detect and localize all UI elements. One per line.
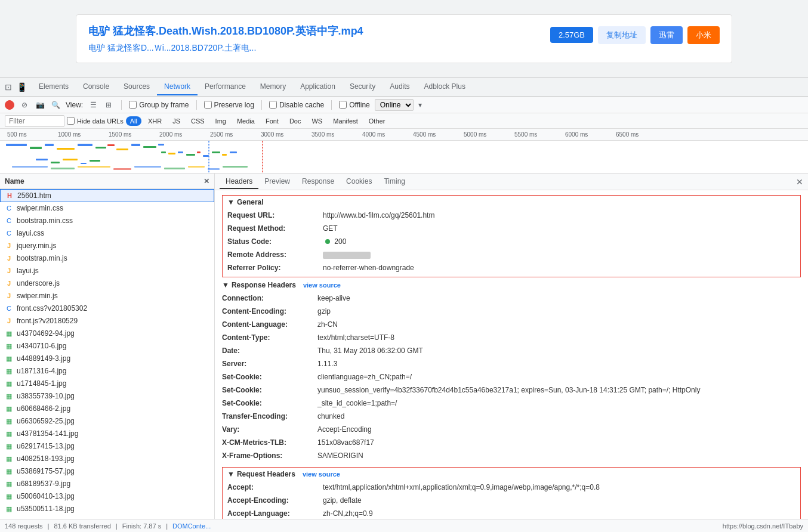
file-item-img7[interactable]: ▦ u60668466-2.jpg: [0, 403, 214, 415]
detail-tab-preview[interactable]: Preview: [258, 175, 296, 189]
group-frame-checkbox[interactable]: [129, 101, 137, 109]
list-view-icon[interactable]: ☰: [88, 100, 98, 110]
more-icon[interactable]: ▾: [418, 101, 422, 109]
general-section-title[interactable]: ▼ General: [227, 198, 795, 206]
waterfall-view-icon[interactable]: ⊞: [103, 100, 114, 110]
filter-doc[interactable]: Doc: [285, 116, 306, 126]
file-name: u43704692-94.jpg: [17, 329, 75, 338]
request-url-key: Request URL:: [227, 210, 323, 221]
remote-address-val: [323, 249, 371, 260]
file-item-swiper-css[interactable]: C swiper.min.css: [0, 202, 214, 215]
file-item-img15[interactable]: ▦ u53500511-18.jpg: [0, 503, 214, 515]
response-view-source[interactable]: view source: [303, 282, 341, 289]
request-view-source[interactable]: view source: [303, 471, 340, 478]
filter-css[interactable]: CSS: [187, 116, 209, 126]
file-item-img12[interactable]: ▦ u53869175-57.jpg: [0, 465, 214, 478]
filter-img[interactable]: Img: [211, 116, 230, 126]
filter-xhr[interactable]: XHR: [144, 116, 166, 126]
file-item-jquery-js[interactable]: J jquery.min.js: [0, 240, 214, 252]
file-item-img11[interactable]: ▦ u4082518-193.jpg: [0, 453, 214, 465]
filter-media[interactable]: Media: [233, 116, 259, 126]
offline-checkbox[interactable]: [339, 101, 347, 109]
size-button[interactable]: 2.57GB: [550, 27, 593, 43]
file-item-img9[interactable]: ▦ u43781354-141.jpg: [0, 428, 214, 440]
device-icon[interactable]: 📱: [17, 82, 27, 92]
file-item-front-js[interactable]: J front.js?v20180529: [0, 315, 214, 327]
file-item-25601[interactable]: H 25601.htm: [0, 189, 214, 202]
file-name: u53869175-57.jpg: [17, 467, 75, 475]
tab-application[interactable]: Application: [293, 79, 343, 95]
preserve-log-checkbox[interactable]: [204, 101, 212, 109]
filter-manifest[interactable]: Manifest: [329, 116, 362, 126]
file-item-bootstrap-css[interactable]: C bootstrap.min.css: [0, 215, 214, 227]
tab-security[interactable]: Security: [343, 79, 383, 95]
file-item-swiper-js[interactable]: J swiper.min.js: [0, 290, 214, 302]
file-item-front-css[interactable]: C front.css?v201805302: [0, 302, 214, 315]
xunlei-button[interactable]: 迅雷: [650, 26, 683, 44]
filter-all[interactable]: All: [126, 116, 141, 126]
file-item-img5[interactable]: ▦ u1714845-1.jpg: [0, 378, 214, 390]
file-item-img10[interactable]: ▦ u62917415-13.jpg: [0, 440, 214, 453]
throttle-select[interactable]: Online: [375, 99, 414, 111]
group-frame-label: Group by frame: [139, 101, 189, 109]
rh-date-val: Thu, 31 May 2018 06:32:00 GMT: [317, 345, 423, 356]
file-item-img14[interactable]: ▦ u50060410-13.jpg: [0, 490, 214, 503]
file-item-img8[interactable]: ▦ u66306592-25.jpg: [0, 415, 214, 428]
timeline-chart[interactable]: [0, 141, 808, 173]
file-item-bootstrap-js[interactable]: J bootstrap.min.js: [0, 252, 214, 265]
rh-set-cookie-1-val: clientlanguage=zh_CN;path=/: [317, 372, 412, 382]
file-item-underscore-js[interactable]: J underscore.js: [0, 277, 214, 290]
detail-tab-headers[interactable]: Headers: [220, 175, 258, 189]
request-headers-title[interactable]: ▼ Request Headers view source: [227, 470, 795, 478]
response-headers-title[interactable]: ▼ Response Headers view source: [222, 281, 801, 289]
dom-content-link[interactable]: DOMConte...: [172, 522, 211, 530]
file-name: u44889149-3.jpg: [17, 354, 70, 363]
clear-button[interactable]: ⊘: [19, 100, 30, 110]
filter-font[interactable]: Font: [261, 116, 283, 126]
file-item-img6[interactable]: ▦ u38355739-10.jpg: [0, 390, 214, 403]
file-item-layui-js[interactable]: J layui.js: [0, 265, 214, 277]
tab-console[interactable]: Console: [76, 79, 116, 95]
record-button[interactable]: [5, 100, 14, 110]
file-item-img3[interactable]: ▦ u44889149-3.jpg: [0, 352, 214, 365]
tab-network[interactable]: Network: [157, 79, 198, 95]
tick-3000: 3000 ms: [260, 131, 310, 138]
hide-data-urls-label[interactable]: Hide data URLs: [67, 117, 124, 125]
file-item-layui-css[interactable]: C layui.css: [0, 227, 214, 240]
detail-tab-timing[interactable]: Timing: [378, 175, 411, 189]
filter-ws[interactable]: WS: [307, 116, 326, 126]
file-name: jquery.min.js: [17, 242, 56, 250]
svg-rect-32: [164, 168, 185, 169]
close-detail-icon[interactable]: ✕: [203, 177, 209, 185]
disable-cache-checkbox[interactable]: [269, 101, 277, 109]
offline-checkbox-label[interactable]: Offline: [339, 101, 369, 109]
filter-input[interactable]: [5, 115, 64, 127]
tab-sources[interactable]: Sources: [116, 79, 157, 95]
tab-elements[interactable]: Elements: [32, 79, 76, 95]
file-item-img4[interactable]: ▦ u1871316-4.jpg: [0, 365, 214, 378]
svg-rect-18: [203, 155, 209, 157]
filter-button[interactable]: 🔍: [50, 100, 61, 110]
copy-button[interactable]: 复制地址: [598, 26, 646, 44]
tab-performance[interactable]: Performance: [198, 79, 253, 95]
tab-memory[interactable]: Memory: [253, 79, 293, 95]
filter-other[interactable]: Other: [365, 116, 390, 126]
detail-close-button[interactable]: ✕: [796, 177, 803, 187]
file-item-img13[interactable]: ▦ u68189537-9.jpg: [0, 478, 214, 490]
filter-bar: Hide data URLs All XHR JS CSS Img Media …: [0, 113, 808, 129]
preserve-log-checkbox-label[interactable]: Preserve log: [204, 101, 254, 109]
detail-tab-cookies[interactable]: Cookies: [340, 175, 378, 189]
reqh-accept-encoding: Accept-Encoding: gzip, deflate: [227, 494, 795, 507]
inspect-icon[interactable]: ⊡: [5, 82, 12, 92]
xiaomi-button[interactable]: 小米: [687, 26, 720, 44]
tab-adblock[interactable]: Adblock Plus: [417, 79, 473, 95]
tab-audits[interactable]: Audits: [383, 79, 417, 95]
filter-js[interactable]: JS: [168, 116, 184, 126]
camera-button[interactable]: 📷: [35, 100, 45, 110]
detail-tab-response[interactable]: Response: [296, 175, 340, 189]
hide-data-urls-checkbox[interactable]: [67, 117, 75, 125]
file-item-img2[interactable]: ▦ u4340710-6.jpg: [0, 340, 214, 352]
file-item-img1[interactable]: ▦ u43704692-94.jpg: [0, 327, 214, 340]
group-frame-checkbox-label[interactable]: Group by frame: [129, 101, 189, 109]
disable-cache-checkbox-label[interactable]: Disable cache: [269, 101, 324, 109]
